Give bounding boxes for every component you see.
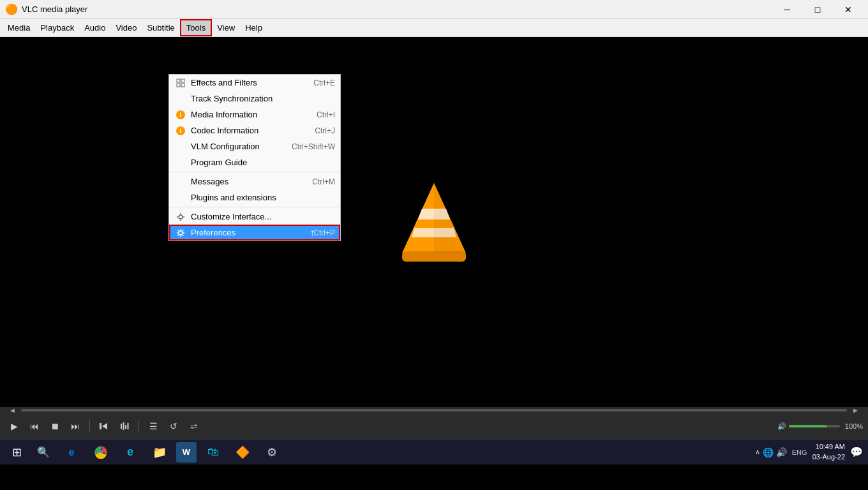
volume-fill — [789, 425, 827, 427]
taskbar-word[interactable]: W — [176, 442, 197, 463]
tray-network: 🌐 — [763, 447, 774, 457]
frame-prev-button[interactable] — [95, 417, 113, 435]
system-time[interactable]: 10:49 AM 03-Aug-22 — [812, 442, 845, 462]
taskbar-settings[interactable]: ⚙ — [259, 441, 285, 464]
taskbar-explorer[interactable]: 📁 — [147, 441, 172, 464]
customize-label: Customize Interface... — [191, 212, 331, 221]
menu-preferences[interactable]: Preferences Ctrl+P ↑ — [169, 225, 340, 241]
taskbar-vlc[interactable]: 🔶 — [230, 441, 255, 464]
menu-media[interactable]: Media — [3, 20, 35, 35]
effects-shortcut: Ctrl+E — [313, 78, 335, 87]
shuffle-button[interactable]: ⇌ — [185, 417, 203, 435]
menu-vlm[interactable]: VLM Configuration Ctrl+Shift+W — [169, 138, 340, 154]
titlebar: 🟠 VLC media player ─ □ ✕ — [0, 0, 868, 19]
menu-video[interactable]: Video — [110, 20, 142, 35]
play-button[interactable]: ▶ — [5, 417, 23, 435]
progress-track[interactable] — [21, 409, 847, 412]
svg-line-20 — [178, 230, 179, 231]
svg-point-10 — [179, 215, 183, 219]
svg-rect-8 — [177, 84, 180, 87]
messages-label: Messages — [191, 177, 308, 186]
search-button[interactable]: 🔍 — [32, 441, 55, 464]
volume-label: 100% — [845, 422, 863, 430]
tray-arrow[interactable]: ∧ — [755, 448, 760, 456]
time-left-indicator: ◄ — [9, 406, 16, 414]
menubar: Media Playback Audio Video Subtitle Tool… — [0, 19, 868, 37]
taskbar-edge[interactable]: e — [59, 441, 84, 464]
svg-rect-7 — [181, 79, 184, 82]
menu-codec-info[interactable]: i Codec Information Ctrl+J — [169, 122, 340, 138]
menu-effects-filters[interactable]: Effects and Filters Ctrl+E — [169, 75, 340, 91]
taskbar-store[interactable]: 🛍 — [200, 441, 226, 464]
maximize-button[interactable]: □ — [803, 0, 832, 19]
preferences-label: Preferences — [191, 228, 310, 237]
svg-point-15 — [179, 231, 183, 235]
titlebar-controls: ─ □ ✕ — [772, 0, 863, 19]
menu-audio[interactable]: Audio — [79, 20, 110, 35]
messages-shortcut: Ctrl+M — [312, 177, 335, 186]
taskbar-chrome[interactable] — [88, 441, 114, 464]
playlist-button[interactable]: ☰ — [144, 417, 162, 435]
menu-program-guide[interactable]: Program Guide — [169, 154, 340, 170]
menu-media-info[interactable]: i Media Information Ctrl+I — [169, 107, 340, 122]
controls-bar: ▶ ⏮ ⏹ ⏭ ☰ ↺ ⇌ 🔊 100% — [0, 413, 868, 439]
menu-messages[interactable]: Messages Ctrl+M — [169, 174, 340, 189]
effects-icon — [174, 78, 187, 87]
media-info-shortcut: Ctrl+I — [317, 110, 335, 119]
menu-track-sync[interactable]: Track Synchronization — [169, 91, 340, 107]
time-right-indicator: ► — [852, 406, 859, 414]
volume-slider[interactable] — [789, 425, 840, 427]
clock-date: 03-Aug-22 — [812, 452, 845, 462]
svg-line-23 — [178, 235, 179, 236]
next-button[interactable]: ⏭ — [66, 417, 84, 435]
loop-button[interactable]: ↺ — [165, 417, 183, 435]
svg-rect-9 — [181, 84, 184, 87]
separator-2 — [169, 207, 340, 207]
svg-marker-25 — [102, 423, 107, 429]
svg-line-21 — [183, 235, 184, 236]
menu-view[interactable]: View — [212, 20, 240, 35]
svg-rect-29 — [128, 423, 129, 429]
stop-button[interactable]: ⏹ — [46, 417, 64, 435]
customize-icon — [174, 212, 187, 221]
cursor-indicator: ↑ — [310, 227, 315, 239]
start-button[interactable]: ⊞ — [5, 441, 28, 464]
progress-area[interactable]: ◄ ► — [0, 407, 868, 413]
menu-tools[interactable]: Tools — [180, 19, 212, 36]
equalizer-button[interactable] — [116, 417, 133, 435]
codec-info-icon: i — [174, 126, 187, 135]
vlm-shortcut: Ctrl+Shift+W — [292, 142, 335, 151]
menu-subtitle[interactable]: Subtitle — [142, 20, 179, 35]
program-guide-label: Program Guide — [191, 158, 331, 167]
minimize-button[interactable]: ─ — [772, 0, 802, 19]
track-sync-label: Track Synchronization — [191, 94, 331, 103]
media-info-icon: i — [174, 110, 187, 119]
vlm-label: VLM Configuration — [191, 142, 288, 151]
taskbar-right: ∧ 🌐 🔊 ENG 10:49 AM 03-Aug-22 💬 — [755, 442, 863, 462]
svg-rect-28 — [125, 425, 126, 429]
app-icon: 🟠 — [5, 3, 18, 15]
menu-plugins[interactable]: Plugins and extensions — [169, 189, 340, 205]
ctrl-separator-1 — [89, 420, 90, 433]
svg-rect-6 — [177, 79, 180, 82]
clock-time: 10:49 AM — [812, 442, 845, 452]
volume-icon: 🔊 — [777, 422, 786, 431]
language-badge[interactable]: ENG — [792, 449, 807, 456]
taskbar: ⊞ 🔍 e e 📁 W 🛍 🔶 ⚙ ∧ 🌐 🔊 ENG 10:49 AM 03-… — [0, 439, 868, 464]
close-button[interactable]: ✕ — [834, 0, 863, 19]
menu-help[interactable]: Help — [240, 20, 267, 35]
prev-button[interactable]: ⏮ — [26, 417, 43, 435]
app-title: VLC media player — [22, 4, 87, 14]
svg-marker-5 — [434, 183, 466, 253]
taskbar-edge2[interactable]: e — [117, 441, 143, 464]
svg-rect-27 — [123, 422, 124, 430]
svg-rect-24 — [100, 423, 101, 429]
notification-button[interactable]: 💬 — [850, 446, 863, 458]
menu-playback[interactable]: Playback — [35, 20, 79, 35]
codec-info-label: Codec Information — [191, 126, 311, 135]
menu-customize[interactable]: Customize Interface... — [169, 209, 340, 225]
media-info-label: Media Information — [191, 110, 313, 119]
separator-1 — [169, 172, 340, 172]
tools-dropdown: Effects and Filters Ctrl+E Track Synchro… — [168, 74, 341, 241]
effects-label: Effects and Filters — [191, 78, 310, 87]
